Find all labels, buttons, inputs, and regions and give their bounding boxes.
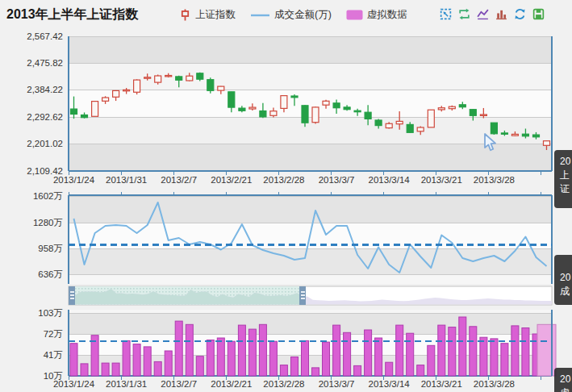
bar[interactable] — [522, 328, 529, 377]
bar[interactable] — [280, 365, 287, 376]
candle-body[interactable] — [260, 111, 266, 117]
candle-body[interactable] — [291, 96, 298, 98]
candle-body[interactable] — [281, 96, 287, 109]
candle-body[interactable] — [344, 107, 350, 110]
bar[interactable] — [154, 361, 161, 376]
candle-body[interactable] — [113, 90, 119, 97]
bar[interactable] — [470, 327, 477, 376]
bar[interactable] — [302, 340, 309, 376]
x-axis-label: 2013/2/7 — [152, 175, 207, 186]
bar[interactable] — [511, 326, 519, 376]
bar[interactable] — [428, 345, 435, 376]
bar[interactable] — [386, 362, 393, 376]
candle-body[interactable] — [333, 103, 340, 108]
x-axis-label: 2013/2/21 — [204, 175, 259, 186]
bar[interactable] — [207, 340, 214, 377]
candle-body[interactable] — [302, 106, 308, 123]
bar[interactable] — [165, 351, 172, 376]
candle-body[interactable] — [428, 110, 434, 127]
bar[interactable] — [354, 365, 361, 376]
bar[interactable] — [70, 344, 77, 376]
mouse-cursor-icon — [483, 133, 499, 152]
candle-body[interactable] — [459, 105, 466, 107]
bar[interactable] — [396, 325, 403, 376]
x-axis-label: 2013/3/7 — [309, 379, 364, 390]
bar[interactable] — [81, 364, 88, 376]
candle-body[interactable] — [491, 123, 497, 134]
candle-body[interactable] — [92, 102, 98, 117]
candle-body[interactable] — [312, 107, 319, 123]
candle-body[interactable] — [438, 108, 445, 110]
bar[interactable] — [217, 338, 224, 376]
candle-body[interactable] — [239, 108, 245, 111]
candle-body[interactable] — [323, 101, 329, 105]
bar[interactable] — [102, 363, 109, 376]
candle-body[interactable] — [71, 109, 77, 114]
y-axis-label: 2,201.02 — [5, 139, 63, 149]
candle-body[interactable] — [165, 76, 172, 77]
candle-body[interactable] — [396, 121, 403, 123]
bar[interactable] — [175, 321, 182, 376]
candle-body[interactable] — [354, 111, 361, 112]
candle-body[interactable] — [218, 86, 224, 90]
bar[interactable] — [365, 330, 372, 376]
candle-body[interactable] — [123, 90, 130, 90]
bar[interactable] — [491, 339, 498, 376]
bar[interactable] — [417, 365, 424, 376]
bar[interactable] — [196, 357, 203, 376]
bar[interactable] — [480, 337, 487, 376]
candle-body[interactable] — [544, 141, 550, 146]
candle-body[interactable] — [386, 123, 392, 127]
candle-body[interactable] — [270, 111, 277, 116]
bar[interactable] — [537, 324, 556, 376]
candle-body[interactable] — [522, 134, 528, 136]
bar[interactable] — [344, 332, 351, 376]
bar[interactable] — [407, 333, 414, 376]
y-axis-label: 2,384.22 — [5, 85, 63, 95]
bar[interactable] — [186, 324, 193, 376]
candle-body[interactable] — [197, 73, 203, 79]
chart-canvas — [0, 0, 572, 392]
bar[interactable] — [133, 344, 140, 376]
candle-body[interactable] — [207, 80, 214, 91]
candle-body[interactable] — [533, 135, 540, 137]
y-axis-label: 1280万 — [5, 218, 63, 228]
bar[interactable] — [228, 341, 235, 376]
candle-body[interactable] — [480, 115, 486, 115]
candle-body[interactable] — [155, 76, 161, 82]
bar[interactable] — [144, 347, 151, 376]
candle-body[interactable] — [186, 76, 193, 81]
candle-body[interactable] — [249, 107, 256, 109]
candle-body[interactable] — [365, 112, 371, 119]
candle-body[interactable] — [176, 77, 182, 80]
candle-body[interactable] — [102, 98, 109, 101]
bar[interactable] — [123, 340, 130, 376]
bar[interactable] — [375, 338, 382, 376]
bar[interactable] — [112, 363, 119, 376]
y-axis-label: 103万 — [5, 308, 63, 319]
bar[interactable] — [248, 329, 256, 376]
candle-body[interactable] — [470, 110, 476, 116]
candle-body[interactable] — [228, 92, 235, 107]
bar[interactable] — [312, 368, 319, 376]
candle-body[interactable] — [134, 80, 140, 92]
candle-body[interactable] — [375, 120, 382, 126]
bar[interactable] — [238, 325, 245, 376]
candle-body[interactable] — [449, 106, 455, 109]
candle-body[interactable] — [501, 133, 507, 134]
x-axis-label: 2013/3/21 — [414, 175, 469, 186]
candle-body[interactable] — [81, 115, 88, 118]
candle-body[interactable] — [144, 77, 151, 78]
bar[interactable] — [438, 325, 445, 376]
candle-body[interactable] — [407, 124, 413, 132]
candle-body[interactable] — [511, 134, 518, 136]
candle-body[interactable] — [417, 127, 424, 131]
bar[interactable] — [259, 324, 266, 376]
bar[interactable] — [449, 327, 456, 376]
bar[interactable] — [291, 357, 299, 377]
bar[interactable] — [333, 325, 340, 376]
bar[interactable] — [501, 344, 508, 376]
bar[interactable] — [323, 342, 330, 376]
bar[interactable] — [269, 341, 277, 376]
bar[interactable] — [459, 317, 466, 376]
